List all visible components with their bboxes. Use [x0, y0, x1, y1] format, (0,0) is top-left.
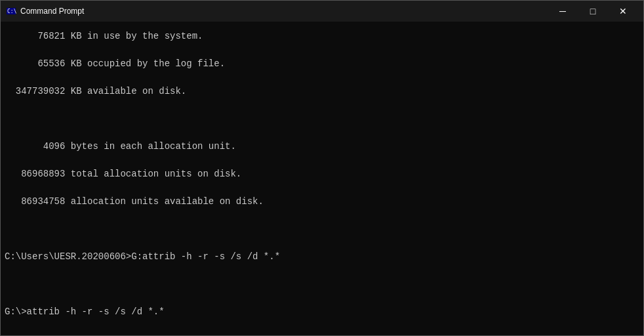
close-button[interactable]: ✕ [608, 1, 638, 22]
terminal-line: 65536 KB occupied by the log file. [5, 57, 641, 71]
terminal-output[interactable]: 0 bad file records processed. Stage 2: E… [1, 22, 643, 335]
terminal-line: 76821 KB in use by the system. [5, 30, 641, 43]
terminal-body: 0 bad file records processed. Stage 2: E… [1, 22, 643, 335]
maximize-button[interactable]: □ [578, 1, 608, 22]
minimize-button[interactable]: ─ [548, 1, 578, 22]
terminal-line [5, 112, 641, 126]
command-prompt-window: C:\ Command Prompt ─ □ ✕ 0 bad file reco… [0, 0, 644, 336]
cmd-icon: C:\ [6, 6, 16, 16]
terminal-line: 86968893 total allocation units on disk. [5, 167, 641, 181]
terminal-line [5, 222, 641, 236]
terminal-line: 4096 bytes in each allocation unit. [5, 140, 641, 154]
svg-text:C:\: C:\ [7, 9, 16, 14]
window-controls: ─ □ ✕ [548, 1, 638, 22]
terminal-line: G:\>attrib -h -r -s /s /d *.* [5, 305, 641, 319]
terminal-line: 86934758 allocation units available on d… [5, 195, 641, 209]
title-bar: C:\ Command Prompt ─ □ ✕ [1, 1, 643, 22]
terminal-line: C:\Users\UESR.20200606>G:attrib -h -r -s… [5, 250, 641, 264]
terminal-line: 347739032 KB available on disk. [5, 85, 641, 98]
terminal-line [5, 278, 641, 291]
window-title: Command Prompt [20, 7, 548, 16]
